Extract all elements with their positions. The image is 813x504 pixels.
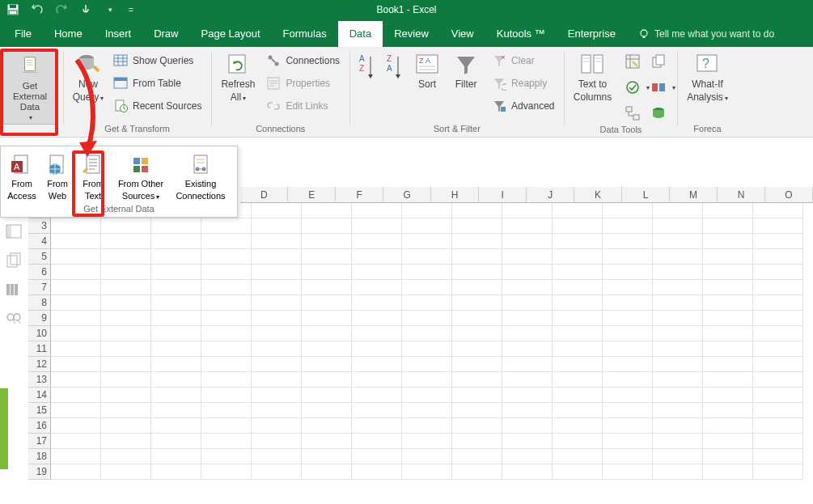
cell[interactable] bbox=[502, 265, 553, 280]
cell[interactable] bbox=[603, 449, 653, 464]
tell-me-search[interactable]: Tell me what you want to do bbox=[638, 28, 774, 47]
cell[interactable] bbox=[101, 449, 151, 464]
cell[interactable] bbox=[252, 434, 302, 449]
cell[interactable] bbox=[502, 388, 553, 403]
from-access-button[interactable]: A From Access bbox=[4, 151, 40, 202]
rail-navpane-icon[interactable] bbox=[6, 223, 22, 239]
new-query-button[interactable]: New Query▾ bbox=[70, 50, 107, 115]
row-header[interactable]: 14 bbox=[28, 388, 51, 403]
cell[interactable] bbox=[302, 464, 352, 480]
cell[interactable] bbox=[502, 403, 553, 418]
cell[interactable] bbox=[502, 449, 553, 464]
cell[interactable] bbox=[603, 434, 653, 449]
touch-mode-icon[interactable] bbox=[79, 3, 92, 16]
cell[interactable] bbox=[703, 341, 753, 357]
cell[interactable] bbox=[653, 234, 703, 249]
column-header[interactable]: N bbox=[718, 187, 765, 203]
cell[interactable] bbox=[653, 418, 703, 434]
cell[interactable] bbox=[151, 418, 201, 434]
column-header[interactable]: G bbox=[383, 187, 431, 203]
cell[interactable] bbox=[753, 326, 803, 341]
rail-sheets-icon[interactable] bbox=[6, 252, 22, 269]
cell[interactable] bbox=[51, 434, 101, 449]
cell[interactable] bbox=[101, 280, 151, 295]
cell[interactable] bbox=[603, 280, 653, 295]
cell[interactable] bbox=[753, 449, 803, 464]
cell[interactable] bbox=[402, 311, 452, 326]
cell[interactable] bbox=[201, 372, 252, 388]
cell[interactable] bbox=[452, 311, 502, 326]
cell[interactable] bbox=[753, 434, 803, 449]
cell[interactable] bbox=[352, 265, 402, 280]
relationships-button[interactable] bbox=[622, 102, 645, 125]
cell[interactable] bbox=[201, 418, 252, 434]
rail-area-icon[interactable] bbox=[6, 282, 22, 298]
cell[interactable] bbox=[502, 295, 553, 311]
cell[interactable] bbox=[101, 234, 151, 249]
cell[interactable] bbox=[653, 403, 703, 418]
cell[interactable] bbox=[302, 434, 352, 449]
cell[interactable] bbox=[302, 418, 352, 434]
cell[interactable] bbox=[703, 265, 753, 280]
cell[interactable] bbox=[603, 357, 653, 372]
rail-collapse-handle[interactable] bbox=[0, 388, 8, 469]
cell[interactable] bbox=[703, 218, 753, 234]
cell[interactable] bbox=[553, 403, 603, 418]
row-header[interactable]: 12 bbox=[28, 357, 51, 372]
cell[interactable] bbox=[151, 326, 201, 341]
cell[interactable] bbox=[101, 341, 151, 357]
cell[interactable] bbox=[402, 326, 452, 341]
cell[interactable] bbox=[201, 249, 252, 265]
cell[interactable] bbox=[352, 434, 402, 449]
cell[interactable] bbox=[302, 234, 352, 249]
cell[interactable] bbox=[101, 326, 151, 341]
cell[interactable] bbox=[252, 265, 302, 280]
cell[interactable] bbox=[653, 372, 703, 388]
cell[interactable] bbox=[252, 218, 302, 234]
column-header[interactable]: L bbox=[622, 187, 670, 203]
cell[interactable] bbox=[151, 311, 201, 326]
cell[interactable] bbox=[252, 249, 302, 265]
cell[interactable] bbox=[252, 403, 302, 418]
cell[interactable] bbox=[452, 295, 502, 311]
cell[interactable] bbox=[653, 218, 703, 234]
cell[interactable] bbox=[753, 418, 803, 434]
cell[interactable] bbox=[553, 295, 603, 311]
cell[interactable] bbox=[402, 434, 452, 449]
cell[interactable] bbox=[753, 464, 803, 480]
cell[interactable] bbox=[252, 449, 302, 464]
cell[interactable] bbox=[302, 295, 352, 311]
cell[interactable] bbox=[402, 280, 452, 295]
cell[interactable] bbox=[402, 388, 452, 403]
row-header[interactable]: 16 bbox=[28, 418, 51, 434]
cell[interactable] bbox=[553, 280, 603, 295]
column-header[interactable]: M bbox=[670, 187, 718, 203]
manage-data-model-button[interactable] bbox=[648, 102, 671, 125]
cell[interactable] bbox=[51, 372, 101, 388]
cell[interactable] bbox=[201, 280, 252, 295]
cell[interactable] bbox=[51, 249, 101, 265]
cell[interactable] bbox=[402, 203, 452, 218]
sort-za-button[interactable]: ZA bbox=[383, 50, 404, 115]
cell[interactable] bbox=[51, 265, 101, 280]
cell[interactable] bbox=[201, 341, 252, 357]
cell[interactable] bbox=[553, 218, 603, 234]
cell[interactable] bbox=[302, 357, 352, 372]
cell[interactable] bbox=[201, 449, 252, 464]
cell[interactable] bbox=[402, 249, 452, 265]
cell[interactable] bbox=[352, 418, 402, 434]
consolidate-button[interactable]: ▾ bbox=[648, 76, 671, 99]
cell[interactable] bbox=[502, 280, 553, 295]
cell[interactable] bbox=[603, 403, 653, 418]
cell[interactable] bbox=[302, 280, 352, 295]
cell[interactable] bbox=[452, 372, 502, 388]
cell[interactable] bbox=[151, 449, 201, 464]
cell[interactable] bbox=[502, 372, 553, 388]
save-icon[interactable] bbox=[6, 3, 19, 16]
cell[interactable] bbox=[252, 311, 302, 326]
cell[interactable] bbox=[502, 234, 553, 249]
show-queries-button[interactable]: Show Queries bbox=[110, 52, 205, 70]
cell[interactable] bbox=[603, 311, 653, 326]
cell[interactable] bbox=[402, 403, 452, 418]
cell[interactable] bbox=[201, 326, 252, 341]
